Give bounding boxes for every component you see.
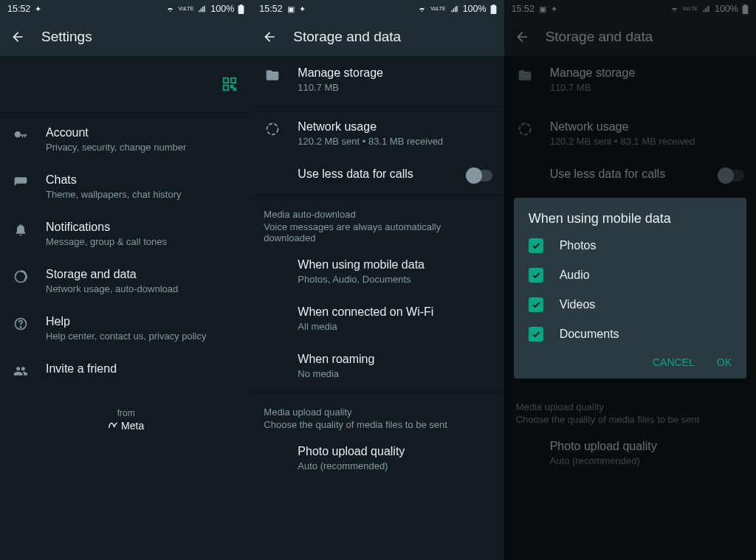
settings-item-notifications[interactable]: Notifications Message, group & call tone… bbox=[0, 210, 252, 257]
settings-list: Account Privacy, security, change number… bbox=[0, 56, 252, 560]
option-label: Photos bbox=[560, 239, 597, 252]
item-sub: 110.7 MB bbox=[298, 82, 492, 93]
item-title: When using mobile data bbox=[298, 258, 492, 272]
item-sub: Photos, Audio, Documents bbox=[298, 274, 492, 285]
settings-item-chats[interactable]: Chats Theme, wallpapers, chat history bbox=[0, 163, 252, 210]
notif-icon: ✦ bbox=[35, 5, 41, 13]
item-title: Notifications bbox=[46, 221, 240, 234]
use-less-data-item[interactable]: Use less data for calls bbox=[252, 157, 504, 192]
wifi-icon bbox=[417, 5, 427, 13]
people-icon bbox=[13, 364, 28, 378]
network-usage-item[interactable]: Network usage 120.2 MB sent • 83.1 MB re… bbox=[252, 110, 504, 157]
status-time: 15:52 bbox=[259, 4, 282, 14]
image-icon: ▣ bbox=[287, 5, 295, 13]
item-title: Account bbox=[46, 126, 240, 139]
item-title: Photo upload quality bbox=[298, 445, 492, 458]
item-sub: Message, group & call tones bbox=[46, 236, 240, 247]
option-label: Audio bbox=[560, 269, 590, 282]
back-icon[interactable] bbox=[262, 30, 277, 44]
app-bar: Settings bbox=[0, 18, 252, 56]
svg-point-7 bbox=[20, 327, 21, 328]
dialog-option-videos[interactable]: Videos bbox=[514, 290, 746, 319]
item-title: Chats bbox=[46, 173, 240, 187]
item-title: Invite a friend bbox=[46, 362, 240, 376]
status-time: 15:52 bbox=[7, 4, 30, 14]
svg-rect-2 bbox=[224, 86, 228, 90]
pane-storage: 15:52 ▣ ✦ VoLTE 100% Storage and data bbox=[252, 0, 504, 560]
storage-list: Manage storage 110.7 MB Network usage 12… bbox=[252, 56, 504, 560]
page-title: Settings bbox=[41, 29, 92, 45]
qr-icon[interactable] bbox=[219, 74, 240, 94]
svg-rect-0 bbox=[224, 78, 228, 83]
app-bar: Storage and data bbox=[252, 18, 504, 56]
manage-storage-item[interactable]: Manage storage 110.7 MB bbox=[252, 56, 504, 103]
checkbox-icon[interactable] bbox=[529, 327, 543, 342]
settings-item-storage[interactable]: Storage and data Network usage, auto-dow… bbox=[0, 257, 252, 305]
page-title: Storage and data bbox=[293, 29, 401, 45]
settings-item-account[interactable]: Account Privacy, security, change number bbox=[0, 116, 252, 163]
battery-pct: 100% bbox=[463, 4, 487, 14]
from-meta: from Meta bbox=[0, 408, 252, 432]
battery-icon bbox=[238, 4, 244, 14]
notif-icon: ✦ bbox=[299, 5, 306, 13]
option-label: Videos bbox=[560, 298, 596, 311]
wifi-item[interactable]: When connected on Wi-Fi All media bbox=[252, 295, 504, 342]
item-title: When connected on Wi-Fi bbox=[298, 305, 492, 319]
back-icon[interactable] bbox=[10, 30, 25, 44]
checkbox-icon[interactable] bbox=[529, 238, 543, 253]
svg-point-8 bbox=[267, 124, 278, 135]
media-autodownload-header: Media auto-download bbox=[252, 198, 504, 221]
item-sub: 120.2 MB sent • 83.1 MB received bbox=[298, 136, 492, 147]
storage-icon bbox=[13, 269, 28, 284]
status-bar: 15:52 ✦ VoLTE 100% bbox=[0, 0, 252, 18]
less-data-toggle[interactable] bbox=[466, 170, 492, 182]
item-sub: Theme, wallpapers, chat history bbox=[46, 189, 240, 200]
media-upload-sub: Choose the quality of media files to be … bbox=[252, 419, 504, 435]
photo-quality-item[interactable]: Photo upload quality Auto (recommended) bbox=[252, 435, 504, 482]
svg-rect-1 bbox=[231, 78, 236, 83]
dialog-option-documents[interactable]: Documents bbox=[514, 319, 746, 349]
item-title: Storage and data bbox=[46, 268, 240, 281]
mobile-data-dialog: When using mobile data Photos Audio Vide… bbox=[514, 198, 746, 378]
from-label: from bbox=[0, 408, 252, 418]
item-title: Use less data for calls bbox=[298, 167, 449, 181]
settings-item-help[interactable]: Help Help center, contact us, privacy po… bbox=[0, 305, 252, 352]
dialog-actions: CANCEL OK bbox=[514, 349, 746, 373]
settings-item-invite[interactable]: Invite a friend bbox=[0, 352, 252, 389]
item-title: When roaming bbox=[298, 353, 492, 366]
roaming-item[interactable]: When roaming No media bbox=[252, 342, 504, 390]
checkbox-icon[interactable] bbox=[529, 268, 543, 283]
pane-storage-dialog: 15:52 ▣ ✦ VoLTE 100% Storage and data bbox=[504, 0, 756, 560]
media-autodownload-sub: Voice messages are always automatically … bbox=[252, 221, 504, 248]
ok-button[interactable]: OK bbox=[717, 356, 732, 368]
option-label: Documents bbox=[560, 328, 619, 341]
battery-icon bbox=[490, 4, 497, 14]
network-icon bbox=[265, 122, 280, 136]
item-sub: Privacy, security, change number bbox=[46, 142, 240, 153]
item-title: Help bbox=[46, 315, 240, 328]
mobile-data-item[interactable]: When using mobile data Photos, Audio, Do… bbox=[252, 248, 504, 295]
media-upload-header: Media upload quality bbox=[252, 396, 504, 419]
item-title: Manage storage bbox=[298, 66, 492, 80]
checkbox-icon[interactable] bbox=[529, 297, 543, 312]
wifi-icon bbox=[165, 5, 175, 13]
key-icon bbox=[13, 128, 28, 142]
dialog-title: When using mobile data bbox=[514, 211, 746, 231]
item-sub: No media bbox=[298, 368, 492, 379]
dialog-option-photos[interactable]: Photos bbox=[514, 231, 746, 260]
folder-icon bbox=[265, 68, 280, 83]
svg-rect-4 bbox=[234, 89, 236, 91]
help-icon bbox=[13, 317, 28, 331]
cancel-button[interactable]: CANCEL bbox=[653, 356, 695, 368]
battery-pct: 100% bbox=[210, 4, 234, 14]
pane-settings: 15:52 ✦ VoLTE 100% Settings bbox=[0, 0, 252, 560]
item-title: Network usage bbox=[298, 120, 492, 134]
signal-icon bbox=[197, 5, 207, 13]
status-bar: 15:52 ▣ ✦ VoLTE 100% bbox=[252, 0, 504, 18]
item-sub: All media bbox=[298, 321, 492, 332]
volte-icon: VoLTE bbox=[430, 6, 446, 12]
item-sub: Network usage, auto-download bbox=[46, 283, 240, 294]
signal-icon bbox=[450, 5, 459, 13]
volte-icon: VoLTE bbox=[179, 6, 194, 12]
dialog-option-audio[interactable]: Audio bbox=[514, 260, 746, 290]
